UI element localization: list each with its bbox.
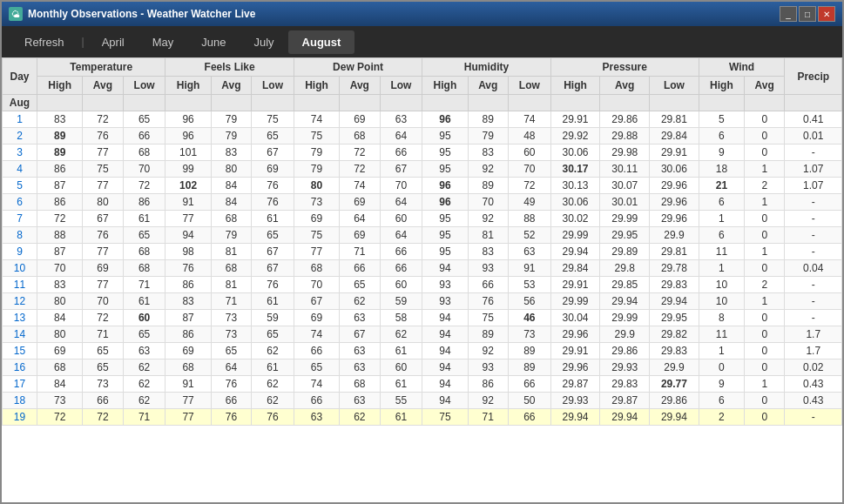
hum-high-header: High bbox=[422, 77, 468, 95]
table-cell: 76 bbox=[252, 409, 294, 426]
close-button[interactable]: ✕ bbox=[818, 6, 835, 22]
table-cell: 72 bbox=[37, 409, 83, 426]
table-cell: 89 bbox=[468, 326, 508, 343]
minimize-button[interactable]: _ bbox=[780, 6, 797, 22]
table-cell: 67 bbox=[83, 211, 123, 227]
table-cell: 70 bbox=[380, 178, 422, 194]
nav-june[interactable]: June bbox=[187, 30, 240, 54]
table-cell: 89 bbox=[508, 360, 550, 376]
table-cell: 6 bbox=[699, 227, 744, 244]
dp-low-month bbox=[380, 95, 422, 111]
table-cell[interactable]: 4 bbox=[3, 161, 37, 178]
table-cell: 87 bbox=[37, 178, 83, 194]
table-cell: 89 bbox=[37, 128, 83, 144]
table-cell: 101 bbox=[165, 144, 211, 161]
table-cell: 29.81 bbox=[650, 111, 699, 128]
table-cell: 83 bbox=[165, 293, 211, 310]
table-cell[interactable]: 1 bbox=[3, 111, 37, 128]
table-cell: 92 bbox=[468, 161, 508, 178]
table-cell[interactable]: 13 bbox=[3, 310, 37, 326]
hum-avg-month bbox=[468, 95, 508, 111]
table-cell: 2 bbox=[745, 178, 785, 194]
table-cell: 67 bbox=[380, 161, 422, 178]
table-cell[interactable]: 12 bbox=[3, 293, 37, 310]
table-cell: 64 bbox=[380, 128, 422, 144]
table-cell[interactable]: 6 bbox=[3, 194, 37, 211]
table-cell: 72 bbox=[83, 111, 123, 128]
month-label-row: Aug bbox=[3, 95, 842, 111]
table-cell: 86 bbox=[165, 277, 211, 293]
table-cell: 65 bbox=[123, 227, 165, 244]
table-cell: 71 bbox=[123, 277, 165, 293]
window-controls: _ □ ✕ bbox=[780, 6, 835, 22]
table-cell: 64 bbox=[211, 360, 251, 376]
table-cell[interactable]: 8 bbox=[3, 227, 37, 244]
table-cell: 93 bbox=[422, 293, 468, 310]
table-cell: 80 bbox=[83, 194, 123, 211]
table-cell: 1.07 bbox=[785, 161, 842, 178]
table-cell[interactable]: 10 bbox=[3, 260, 37, 277]
table-cell[interactable]: 9 bbox=[3, 244, 37, 260]
nav-july[interactable]: July bbox=[240, 30, 287, 54]
table-cell[interactable]: 17 bbox=[3, 376, 37, 393]
fl-low-month bbox=[252, 95, 294, 111]
table-cell: 63 bbox=[340, 343, 380, 360]
table-cell[interactable]: 5 bbox=[3, 178, 37, 194]
table-cell: 30.06 bbox=[550, 144, 600, 161]
table-cell[interactable]: 14 bbox=[3, 326, 37, 343]
nav-may[interactable]: May bbox=[138, 30, 188, 54]
nav-refresh[interactable]: Refresh bbox=[10, 30, 78, 54]
table-cell[interactable]: 2 bbox=[3, 128, 37, 144]
table-cell[interactable]: 19 bbox=[3, 409, 37, 426]
nav-august[interactable]: August bbox=[288, 30, 355, 54]
table-cell[interactable]: 7 bbox=[3, 211, 37, 227]
table-cell: 79 bbox=[468, 128, 508, 144]
table-cell[interactable]: 11 bbox=[3, 277, 37, 293]
dp-high-month bbox=[294, 95, 339, 111]
table-cell: 69 bbox=[340, 227, 380, 244]
content-area: Day Temperature Feels Like Dew Point Hum… bbox=[2, 57, 842, 502]
table-cell: 66 bbox=[380, 244, 422, 260]
table-cell: 1 bbox=[745, 194, 785, 211]
table-cell: 30.11 bbox=[600, 161, 650, 178]
table-row: 1480716586736574676294897329.9629.929.82… bbox=[3, 326, 842, 343]
table-cell: 69 bbox=[294, 310, 339, 326]
table-cell: 61 bbox=[123, 293, 165, 310]
table-cell: 86 bbox=[468, 376, 508, 393]
table-cell: 8 bbox=[699, 310, 744, 326]
maximize-button[interactable]: □ bbox=[799, 6, 816, 22]
table-row: 289766696796575686495794829.9229.8829.84… bbox=[3, 128, 842, 144]
table-cell: 65 bbox=[294, 360, 339, 376]
table-cell: 67 bbox=[252, 260, 294, 277]
table-row: 1280706183716167625993765629.9929.9429.9… bbox=[3, 293, 842, 310]
table-cell[interactable]: 15 bbox=[3, 343, 37, 360]
table-cell: 1 bbox=[745, 293, 785, 310]
table-cell[interactable]: 16 bbox=[3, 360, 37, 376]
table-cell: 29.87 bbox=[550, 376, 600, 393]
table-cell: 1 bbox=[699, 211, 744, 227]
table-cell: - bbox=[785, 277, 842, 293]
table-cell: 9 bbox=[699, 376, 744, 393]
table-wrapper[interactable]: Day Temperature Feels Like Dew Point Hum… bbox=[2, 57, 842, 502]
table-cell: 76 bbox=[83, 227, 123, 244]
table-cell[interactable]: 18 bbox=[3, 393, 37, 409]
table-cell: 29.93 bbox=[550, 393, 600, 409]
table-cell: 0 bbox=[745, 128, 785, 144]
table-cell: 75 bbox=[294, 227, 339, 244]
table-cell: 48 bbox=[508, 128, 550, 144]
table-cell: 67 bbox=[340, 326, 380, 343]
table-cell: 94 bbox=[422, 343, 468, 360]
table-cell[interactable]: 3 bbox=[3, 144, 37, 161]
table-cell: 1.7 bbox=[785, 343, 842, 360]
table-cell: 65 bbox=[211, 343, 251, 360]
table-cell: 29.83 bbox=[650, 343, 699, 360]
nav-april[interactable]: April bbox=[88, 30, 138, 54]
table-row: 1070696876686768666694939129.8429.829.78… bbox=[3, 260, 842, 277]
table-row: 1668656268646165636094938929.9629.9329.9… bbox=[3, 360, 842, 376]
table-cell: 91 bbox=[165, 194, 211, 211]
temp-high-header: High bbox=[37, 77, 83, 95]
table-cell: 96 bbox=[165, 128, 211, 144]
table-cell: 83 bbox=[37, 111, 83, 128]
table-cell: 77 bbox=[83, 277, 123, 293]
fl-high-month bbox=[165, 95, 211, 111]
